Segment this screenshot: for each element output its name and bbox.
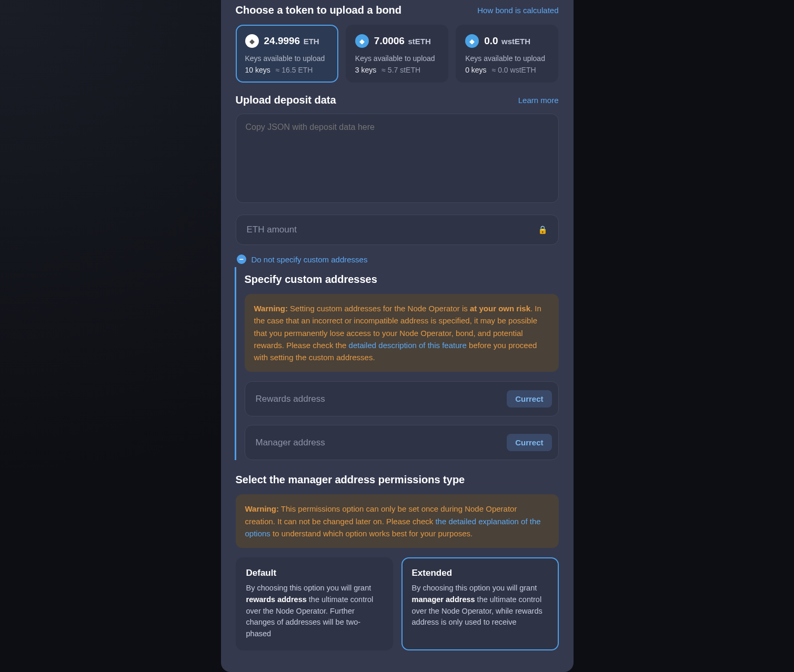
custom-addresses-block: Specify custom addresses Warning: Settin… bbox=[235, 267, 574, 460]
keys-available-label: Keys available to upload bbox=[465, 54, 549, 63]
token-amount: 7.0006 bbox=[374, 35, 405, 46]
keys-approx: ≈ 16.5 ETH bbox=[276, 66, 313, 74]
eth-icon: ◆ bbox=[245, 34, 259, 48]
lock-icon: 🔒 bbox=[538, 225, 548, 235]
eth-amount-input[interactable] bbox=[247, 225, 538, 235]
token-card-steth[interactable]: ◆ 7.0006 stETH Keys available to upload … bbox=[346, 25, 448, 83]
minus-circle-icon: − bbox=[237, 254, 246, 264]
custom-addresses-title: Specify custom addresses bbox=[245, 273, 559, 286]
token-card-eth[interactable]: ◆ 24.9996 ETH Keys available to upload 1… bbox=[236, 25, 338, 83]
section-upload-header: Upload deposit data Learn more bbox=[236, 94, 559, 114]
keys-count: 10 keys≈ 16.5 ETH bbox=[245, 66, 329, 74]
token-amount: 0.0 bbox=[484, 35, 498, 46]
permissions-options-row: Default By choosing this option you will… bbox=[221, 557, 574, 650]
main-panel: Choose a token to upload a bond How bond… bbox=[221, 0, 574, 672]
choose-token-title: Choose a token to upload a bond bbox=[236, 4, 402, 16]
manager-address-input[interactable] bbox=[256, 437, 507, 448]
token-symbol: ETH bbox=[304, 37, 319, 46]
keys-count: 0 keys≈ 0.0 wstETH bbox=[465, 66, 549, 74]
token-amount: 24.9996 bbox=[264, 35, 300, 46]
rewards-address-input[interactable] bbox=[256, 394, 507, 404]
keys-available-label: Keys available to upload bbox=[245, 54, 329, 63]
keys-available-label: Keys available to upload bbox=[355, 54, 439, 63]
permissions-title: Select the manager address permissions t… bbox=[221, 469, 574, 494]
permission-option-desc: By choosing this option you will grant m… bbox=[412, 583, 548, 628]
manager-address-row: Currect bbox=[245, 425, 559, 460]
permission-option-default[interactable]: Default By choosing this option you will… bbox=[236, 557, 393, 650]
section-choose-token-header: Choose a token to upload a bond How bond… bbox=[221, 0, 574, 25]
steth-icon: ◆ bbox=[355, 34, 369, 48]
permission-option-title: Default bbox=[246, 568, 383, 578]
wsteth-icon: ◆ bbox=[465, 34, 479, 48]
learn-more-link[interactable]: Learn more bbox=[518, 96, 559, 105]
detailed-description-link[interactable]: detailed description of this feature bbox=[349, 341, 467, 350]
keys-count: 3 keys≈ 5.7 stETH bbox=[355, 66, 439, 74]
custom-address-warning: Warning: Setting custom addresses for th… bbox=[245, 294, 559, 372]
keys-approx: ≈ 0.0 wstETH bbox=[492, 66, 536, 74]
rewards-address-row: Currect bbox=[245, 381, 559, 416]
manager-current-button[interactable]: Currect bbox=[507, 434, 551, 451]
warning-label-2: Warning: bbox=[245, 504, 279, 513]
token-selector-row: ◆ 24.9996 ETH Keys available to upload 1… bbox=[221, 25, 574, 83]
deposit-data-textarea[interactable] bbox=[236, 114, 559, 203]
token-card-wsteth[interactable]: ◆ 0.0 wstETH Keys available to upload 0 … bbox=[456, 25, 558, 83]
rewards-current-button[interactable]: Currect bbox=[507, 390, 551, 408]
eth-amount-row: 🔒 bbox=[236, 215, 559, 245]
token-symbol: wstETH bbox=[501, 37, 530, 46]
token-symbol: stETH bbox=[408, 37, 430, 46]
permission-option-desc: By choosing this option you will grant r… bbox=[246, 583, 383, 640]
custom-address-toggle[interactable]: − Do not specify custom addresses bbox=[221, 245, 574, 267]
toggle-label: Do not specify custom addresses bbox=[252, 255, 368, 264]
how-bond-calculated-link[interactable]: How bond is calculated bbox=[477, 6, 558, 15]
permission-option-extended[interactable]: Extended By choosing this option you wil… bbox=[401, 557, 559, 650]
permission-option-title: Extended bbox=[412, 568, 548, 578]
permissions-warning: Warning: This permissions option can onl… bbox=[236, 494, 559, 548]
keys-approx: ≈ 5.7 stETH bbox=[381, 66, 420, 74]
upload-deposit-title: Upload deposit data bbox=[236, 94, 336, 106]
warning-label: Warning: bbox=[254, 304, 288, 313]
